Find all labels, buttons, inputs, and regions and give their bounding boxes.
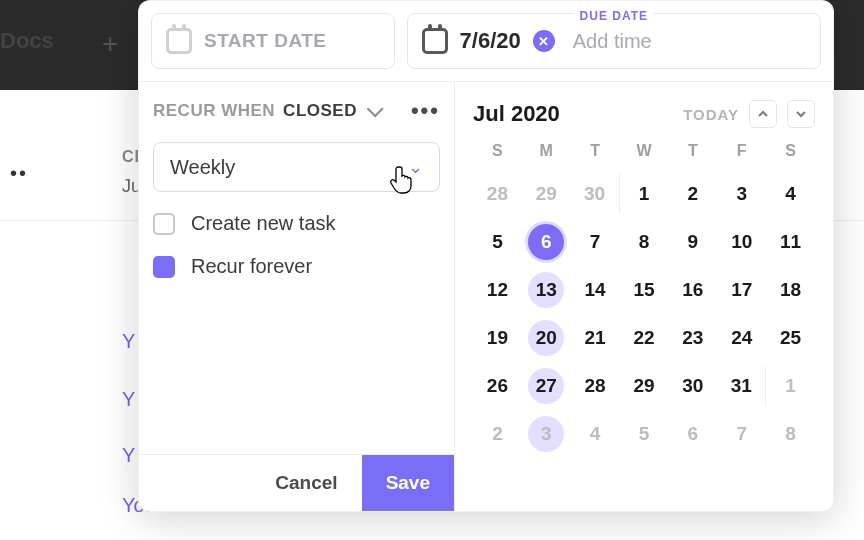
calendar-day[interactable]: 27 (522, 366, 571, 406)
bg-docs-tab: Docs (0, 28, 54, 54)
calendar-icon (422, 28, 448, 54)
calendar-day[interactable]: 29 (620, 366, 669, 406)
calendar-day[interactable]: 15 (620, 270, 669, 310)
calendar-day[interactable]: 25 (766, 318, 815, 358)
next-month-button[interactable] (787, 100, 815, 128)
prev-month-button[interactable] (749, 100, 777, 128)
create-new-task-checkbox[interactable] (153, 213, 175, 235)
save-button[interactable]: Save (362, 455, 454, 511)
calendar-day[interactable]: 30 (571, 174, 620, 214)
recur-forever-label: Recur forever (191, 255, 312, 278)
calendar-day[interactable]: 26 (473, 366, 522, 406)
calendar-day[interactable]: 28 (473, 174, 522, 214)
calendar-day[interactable]: 10 (717, 222, 766, 262)
day-of-week-header: S (473, 142, 522, 166)
calendar-day[interactable]: 5 (620, 414, 669, 454)
calendar-day[interactable]: 14 (571, 270, 620, 310)
calendar-day[interactable]: 5 (473, 222, 522, 262)
chevron-down-icon (795, 108, 807, 120)
calendar-day[interactable]: 8 (620, 222, 669, 262)
calendar-day[interactable]: 23 (668, 318, 717, 358)
calendar-day[interactable]: 2 (668, 174, 717, 214)
day-of-week-header: W (620, 142, 669, 166)
calendar-day[interactable]: 22 (620, 318, 669, 358)
calendar-day[interactable]: 4 (571, 414, 620, 454)
calendar-day[interactable]: 12 (473, 270, 522, 310)
calendar-day[interactable]: 28 (571, 366, 620, 406)
chevron-up-icon (757, 108, 769, 120)
calendar-day[interactable]: 3 (522, 414, 571, 454)
recur-status-value: CLOSED (283, 101, 357, 121)
date-modal: START DATE DUE DATE 7/6/20 ✕ Add time RE… (138, 0, 834, 512)
frequency-select[interactable]: Weekly ⌄ (153, 142, 440, 192)
calendar-day[interactable]: 8 (766, 414, 815, 454)
recur-forever-checkbox[interactable] (153, 256, 175, 278)
day-of-week-header: T (571, 142, 620, 166)
calendar-day[interactable]: 17 (717, 270, 766, 310)
start-date-placeholder: START DATE (204, 30, 327, 52)
calendar-grid: SMTWTFS282930123456789101112131415161718… (473, 142, 815, 454)
calendar-day[interactable]: 6 (668, 414, 717, 454)
recur-trigger-dropdown[interactable]: RECUR WHEN CLOSED ••• (153, 98, 440, 124)
calendar-day[interactable]: 31 (717, 366, 766, 406)
calendar-icon (166, 28, 192, 54)
calendar-day[interactable]: 7 (571, 222, 620, 262)
day-of-week-header: M (522, 142, 571, 166)
calendar-day[interactable]: 20 (522, 318, 571, 358)
month-label: Jul 2020 (473, 101, 560, 127)
day-of-week-header: S (766, 142, 815, 166)
chevron-down-icon (367, 100, 384, 117)
due-date-field[interactable]: DUE DATE 7/6/20 ✕ Add time (407, 13, 821, 69)
calendar-day[interactable]: 19 (473, 318, 522, 358)
due-date-value: 7/6/20 (460, 28, 521, 54)
calendar-day[interactable]: 1 (620, 174, 669, 214)
calendar-day[interactable]: 1 (766, 366, 815, 406)
day-of-week-header: F (717, 142, 766, 166)
calendar-day[interactable]: 24 (717, 318, 766, 358)
calendar-day[interactable]: 16 (668, 270, 717, 310)
today-button[interactable]: TODAY (683, 106, 739, 123)
calendar-day[interactable]: 21 (571, 318, 620, 358)
more-options-button[interactable]: ••• (411, 98, 440, 124)
add-time-button[interactable]: Add time (573, 30, 652, 53)
calendar-day[interactable]: 18 (766, 270, 815, 310)
calendar-day[interactable]: 6 (522, 222, 571, 262)
start-date-field[interactable]: START DATE (151, 13, 395, 69)
bg-you-2: Y (122, 388, 135, 411)
calendar-day[interactable]: 30 (668, 366, 717, 406)
bg-you-3: Y (122, 444, 135, 467)
cancel-button[interactable]: Cancel (251, 455, 361, 511)
calendar-day[interactable]: 2 (473, 414, 522, 454)
calendar-day[interactable]: 11 (766, 222, 815, 262)
bg-you-1: Y (122, 330, 135, 353)
calendar-day[interactable]: 7 (717, 414, 766, 454)
frequency-value: Weekly (170, 156, 235, 179)
chevron-down-icon: ⌄ (408, 156, 423, 178)
calendar-day[interactable]: 4 (766, 174, 815, 214)
plus-icon: + (102, 28, 118, 60)
calendar-day[interactable]: 3 (717, 174, 766, 214)
create-new-task-label: Create new task (191, 212, 336, 235)
day-of-week-header: T (668, 142, 717, 166)
calendar-day[interactable]: 29 (522, 174, 571, 214)
clear-due-date-button[interactable]: ✕ (533, 30, 555, 52)
calendar-day[interactable]: 13 (522, 270, 571, 310)
due-date-label: DUE DATE (574, 9, 654, 23)
more-icon: •• (10, 162, 28, 185)
calendar-day[interactable]: 9 (668, 222, 717, 262)
recur-when-label: RECUR WHEN (153, 101, 275, 121)
